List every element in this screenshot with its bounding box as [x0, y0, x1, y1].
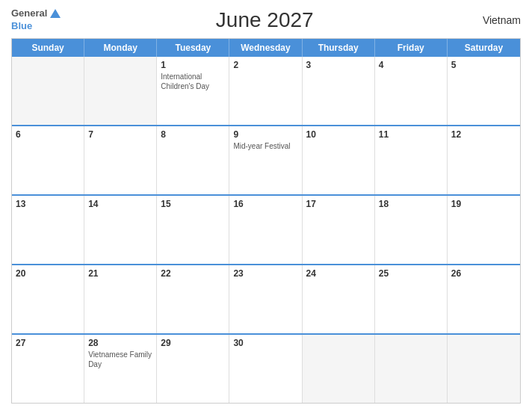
day-cell-w5-d7 — [448, 335, 520, 403]
day-cell-w5-d2: 28Vietnamese Family Day — [84, 335, 157, 403]
day-number: 11 — [379, 129, 443, 140]
day-cell-w4-d5: 24 — [303, 265, 375, 333]
day-header-friday: Friday — [375, 39, 448, 57]
day-cell-w3-d5: 17 — [303, 196, 375, 264]
day-cell-w1-d1 — [12, 57, 84, 125]
day-number: 16 — [233, 199, 297, 209]
day-number: 22 — [161, 268, 225, 279]
day-cell-w1-d5: 3 — [303, 57, 375, 125]
day-number: 15 — [161, 199, 225, 209]
day-number: 24 — [306, 268, 371, 279]
day-cell-w1-d2 — [84, 57, 157, 125]
holiday-label: Mid-year Festival — [233, 141, 297, 151]
day-header-tuesday: Tuesday — [157, 39, 229, 57]
day-cell-w5-d6 — [375, 335, 448, 403]
day-number: 14 — [88, 199, 152, 209]
day-cell-w3-d6: 18 — [375, 196, 448, 264]
day-header-wednesday: Wednesday — [229, 39, 302, 57]
day-number: 28 — [88, 338, 152, 348]
day-number: 7 — [88, 129, 152, 140]
day-number: 13 — [16, 199, 80, 209]
day-number: 3 — [306, 60, 371, 70]
day-cell-w4-d4: 23 — [229, 265, 302, 333]
day-cell-w4-d3: 22 — [157, 265, 229, 333]
day-number: 8 — [161, 129, 225, 140]
day-header-monday: Monday — [84, 39, 157, 57]
day-cell-w2-d5: 10 — [303, 126, 375, 194]
day-number: 17 — [306, 199, 371, 209]
days-header-row: Sunday Monday Tuesday Wednesday Thursday… — [12, 39, 520, 57]
day-number: 18 — [379, 199, 443, 209]
day-cell-w1-d3: 1International Children's Day — [157, 57, 229, 125]
day-cell-w2-d6: 11 — [375, 126, 448, 194]
day-cell-w5-d4: 30 — [229, 335, 302, 403]
holiday-label: Vietnamese Family Day — [88, 350, 152, 369]
day-cell-w3-d4: 16 — [229, 196, 302, 264]
day-number: 21 — [88, 268, 152, 279]
day-number: 23 — [233, 268, 297, 279]
week-row-3: 13141516171819 — [12, 196, 520, 265]
week-row-2: 6789Mid-year Festival101112 — [12, 126, 520, 196]
day-cell-w2-d2: 7 — [84, 126, 157, 194]
day-number: 19 — [451, 199, 516, 209]
day-number: 29 — [161, 338, 225, 348]
day-number: 10 — [306, 129, 371, 140]
day-number: 30 — [233, 338, 297, 348]
day-cell-w1-d7: 5 — [448, 57, 520, 125]
calendar-grid: Sunday Monday Tuesday Wednesday Thursday… — [11, 38, 521, 404]
day-header-sunday: Sunday — [12, 39, 84, 57]
day-cell-w1-d6: 4 — [375, 57, 448, 125]
day-cell-w3-d2: 14 — [84, 196, 157, 264]
day-cell-w1-d4: 2 — [229, 57, 302, 125]
day-cell-w2-d1: 6 — [12, 126, 84, 194]
logo: General Blue — [11, 7, 61, 32]
day-cell-w3-d1: 13 — [12, 196, 84, 264]
day-cell-w5-d3: 29 — [157, 335, 229, 403]
day-number: 4 — [379, 60, 443, 70]
week-row-4: 20212223242526 — [12, 265, 520, 335]
day-header-thursday: Thursday — [303, 39, 375, 57]
day-number: 6 — [16, 129, 80, 140]
day-number: 20 — [16, 268, 80, 279]
day-cell-w3-d7: 19 — [448, 196, 520, 264]
day-cell-w4-d1: 20 — [12, 265, 84, 333]
day-number: 12 — [451, 129, 516, 140]
day-number: 2 — [233, 60, 297, 70]
logo-blue: Blue — [11, 20, 32, 31]
day-cell-w2-d4: 9Mid-year Festival — [229, 126, 302, 194]
header: General Blue June 2027 Vietnam — [11, 7, 521, 32]
day-number: 26 — [451, 268, 516, 279]
day-cell-w4-d6: 25 — [375, 265, 448, 333]
calendar-body: 1International Children's Day23456789Mid… — [12, 57, 520, 403]
day-cell-w5-d1: 27 — [12, 335, 84, 403]
country-label: Vietnam — [468, 14, 521, 26]
day-number: 5 — [451, 60, 516, 70]
day-cell-w5-d5 — [303, 335, 375, 403]
day-cell-w2-d3: 8 — [157, 126, 229, 194]
holiday-label: International Children's Day — [161, 72, 225, 91]
day-cell-w4-d2: 21 — [84, 265, 157, 333]
logo-triangle-icon — [50, 9, 61, 18]
day-number: 27 — [16, 338, 80, 348]
day-cell-w2-d7: 12 — [448, 126, 520, 194]
week-row-5: 2728Vietnamese Family Day2930 — [12, 335, 520, 403]
day-cell-w3-d3: 15 — [157, 196, 229, 264]
calendar-page: General Blue June 2027 Vietnam Sunday Mo… — [0, 0, 532, 411]
week-row-1: 1International Children's Day2345 — [12, 57, 520, 126]
day-number: 25 — [379, 268, 443, 279]
calendar-title: June 2027 — [61, 8, 468, 32]
logo-general: General — [11, 7, 47, 19]
day-number: 9 — [233, 129, 297, 140]
day-header-saturday: Saturday — [448, 39, 520, 57]
day-number: 1 — [161, 60, 225, 70]
day-cell-w4-d7: 26 — [448, 265, 520, 333]
